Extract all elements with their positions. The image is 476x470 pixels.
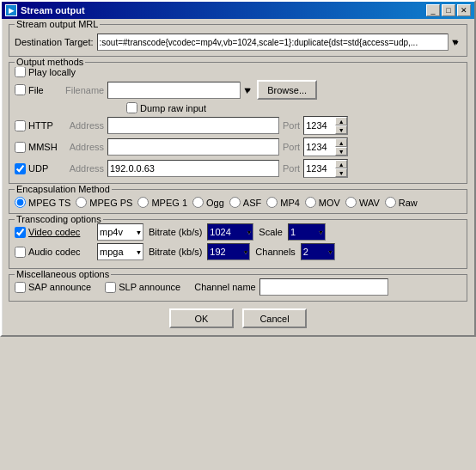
cancel-button[interactable]: Cancel [242,308,307,328]
http-row: HTTP Address Port ▲ ▼ [15,116,461,135]
encap-asf[interactable]: ASF [229,197,261,208]
http-port-spin: ▲ ▼ [303,116,348,135]
http-address-input[interactable] [107,117,279,134]
file-checkbox[interactable] [15,84,26,95]
file-row: File Filename ▼ Browse... [15,80,461,100]
minimize-button[interactable]: _ [426,4,440,16]
mmsh-port-spinners: ▲ ▼ [335,138,347,156]
encap-raw-radio[interactable] [385,197,396,208]
output-methods-label: Output methods [15,57,85,67]
mmsh-label[interactable]: MMSH [15,142,62,153]
filename-dropdown-btn[interactable]: ▼ [240,82,253,99]
encapsulation-group: Encapsulation Method MPEG TS MPEG PS MPE… [9,189,467,214]
ok-button[interactable]: OK [169,308,234,328]
encap-wav-radio[interactable] [345,197,357,208]
encap-mpegts[interactable]: MPEG TS [15,197,70,208]
video-bitrate-select-wrap: 1024 512 256 ▼ [207,223,253,241]
file-text: File [28,85,44,95]
encap-ogg[interactable]: Ogg [192,197,224,208]
browse-button[interactable]: Browse... [257,80,317,100]
window-title: Stream output [21,5,85,15]
video-codec-checkbox[interactable] [15,227,26,238]
encap-mpegts-radio[interactable] [15,197,26,208]
title-bar: ▶ Stream output _ □ ✕ [2,2,474,19]
audio-bitrate-select[interactable]: 192 128 96 [207,243,250,260]
encap-wav[interactable]: WAV [345,197,380,208]
dump-raw-row: Dump raw input [126,102,461,113]
audio-codec-checkbox[interactable] [15,247,26,258]
http-port-input[interactable] [304,117,335,134]
audio-codec-row: Audio codec mpga mp3 aac ▼ Bitrate (kb/s… [15,243,461,260]
encapsulation-row: MPEG TS MPEG PS MPEG 1 Ogg ASF MP4 MOV W… [15,197,461,208]
video-scale-label: Scale [259,227,283,237]
mmsh-port-up[interactable]: ▲ [335,138,347,147]
slp-checkbox[interactable] [105,282,116,293]
mmsh-text: MMSH [28,142,58,152]
encap-mpeg1-radio[interactable] [137,197,149,208]
maximize-button[interactable]: □ [442,4,455,16]
play-locally-text: Play locally [28,67,76,77]
sap-checkbox[interactable] [15,282,26,293]
dump-raw-checkbox[interactable] [126,102,137,113]
udp-label[interactable]: UDP [15,163,62,174]
audio-channels-select-wrap: 2 1 ▼ [301,243,335,260]
udp-row: UDP Address Port ▲ ▼ [15,159,461,178]
http-port-down[interactable]: ▼ [335,125,347,134]
encap-mp4[interactable]: MP4 [266,197,300,208]
slp-label[interactable]: SLP announce [105,282,180,293]
video-bitrate-label: Bitrate (kb/s) [149,227,202,237]
udp-checkbox[interactable] [15,163,26,174]
play-locally-label[interactable]: Play locally [15,66,76,77]
channel-name-input[interactable] [259,278,388,296]
audio-codec-label[interactable]: Audio codec [15,247,92,258]
mmsh-address-label: Address [65,142,104,152]
udp-port-up[interactable]: ▲ [335,160,347,168]
close-button[interactable]: ✕ [457,4,471,16]
http-port-up[interactable]: ▲ [335,117,347,125]
video-bitrate-select[interactable]: 1024 512 256 [207,223,253,241]
dest-dropdown-btn[interactable]: ▼ [448,34,461,51]
sap-label[interactable]: SAP announce [15,282,91,293]
encap-mpegps[interactable]: MPEG PS [76,197,132,208]
encap-asf-radio[interactable] [229,197,241,208]
http-address-label: Address [65,120,104,131]
encap-mp4-radio[interactable] [266,197,278,208]
audio-codec-select-wrap: mpga mp3 aac ▼ [97,243,143,260]
filename-label: Filename [65,85,104,95]
mmsh-port-input[interactable] [304,138,335,156]
mmsh-port-spin: ▲ ▼ [303,137,348,156]
encap-mov[interactable]: MOV [305,197,340,208]
play-locally-checkbox[interactable] [15,66,26,77]
http-port-label: Port [283,120,300,131]
udp-port-down[interactable]: ▼ [335,168,347,177]
mmsh-address-input[interactable] [107,138,279,156]
video-codec-label[interactable]: Video codec [15,227,92,238]
filename-input[interactable] [107,82,253,99]
udp-port-spin: ▲ ▼ [303,159,348,178]
encap-ogg-radio[interactable] [192,197,204,208]
dump-raw-label[interactable]: Dump raw input [126,102,206,113]
destination-input[interactable] [97,34,461,51]
mmsh-port-down[interactable]: ▼ [335,147,347,156]
audio-channels-select[interactable]: 2 1 [301,243,335,260]
transcoding-group: Transcoding options Video codec mp4v h26… [9,219,467,269]
audio-codec-select[interactable]: mpga mp3 aac [97,243,143,260]
encap-mpegps-radio[interactable] [76,197,87,208]
udp-text: UDP [28,163,48,174]
window-content: Stream output MRL Destination Target: ▼ … [2,19,474,335]
udp-address-input[interactable] [107,160,279,177]
encap-mpeg1[interactable]: MPEG 1 [137,197,187,208]
mmsh-checkbox[interactable] [15,142,26,153]
video-codec-select-wrap: mp4v h264 xvid ▼ [97,223,143,241]
video-codec-select[interactable]: mp4v h264 xvid [97,223,143,241]
audio-codec-text: Audio codec [28,247,81,257]
encap-raw[interactable]: Raw [385,197,418,208]
udp-port-input[interactable] [304,160,335,177]
file-label[interactable]: File [15,84,62,95]
dump-raw-text: Dump raw input [140,103,206,113]
http-label[interactable]: HTTP [15,120,62,131]
video-scale-select[interactable]: 1 2 [288,223,326,241]
http-checkbox[interactable] [15,120,26,131]
video-scale-select-wrap: 1 2 ▼ [288,223,326,241]
encap-mov-radio[interactable] [305,197,316,208]
